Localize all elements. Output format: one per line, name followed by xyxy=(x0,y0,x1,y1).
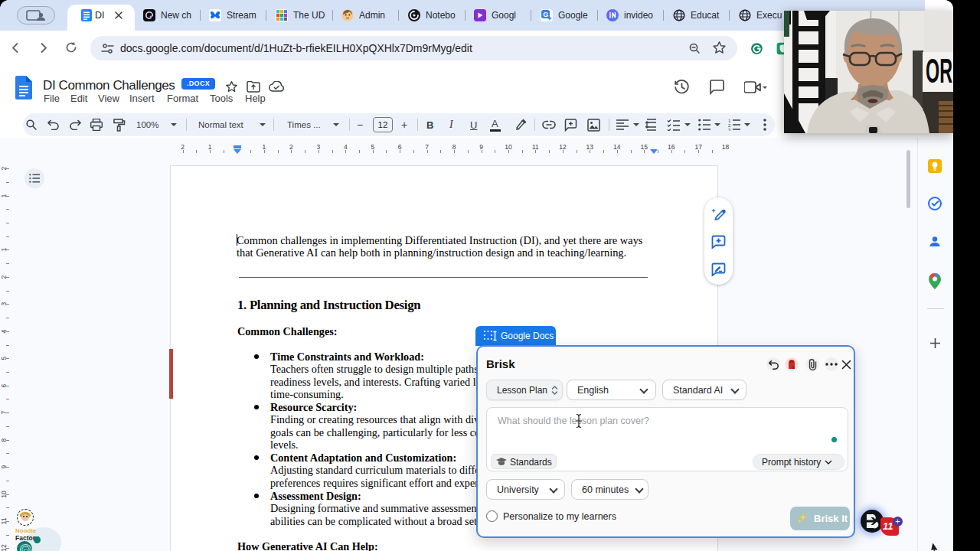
svg-text:G: G xyxy=(543,11,548,18)
svg-text:OR: OR xyxy=(926,52,952,90)
svg-text:3: 3 xyxy=(728,128,731,132)
